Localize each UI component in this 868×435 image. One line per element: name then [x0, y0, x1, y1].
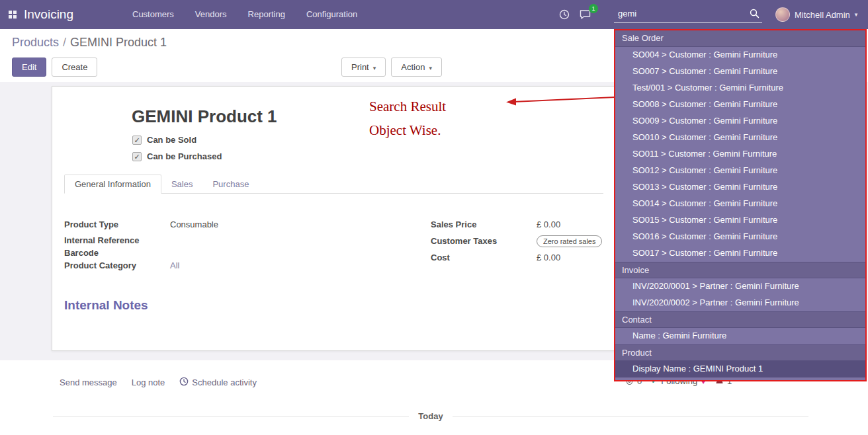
- checkbox-check-icon: ✓: [134, 153, 140, 161]
- internal-notes-heading: Internal Notes: [64, 298, 148, 313]
- search-result-item[interactable]: SO015 > Customer : Gemini Furniture: [615, 212, 865, 229]
- schedule-activity-link[interactable]: Schedule activity: [179, 377, 257, 388]
- sale-order-items: SO004 > Customer : Gemini FurnitureSO007…: [615, 47, 865, 262]
- user-avatar: [775, 7, 790, 22]
- user-menu[interactable]: Mitchell Admin ▾: [775, 0, 857, 29]
- search-result-item[interactable]: SO007 > Customer : Gemini Furniture: [615, 63, 865, 80]
- search-result-item[interactable]: SO014 > Customer : Gemini Furniture: [615, 196, 865, 212]
- search-result-item[interactable]: SO016 > Customer : Gemini Furniture: [615, 229, 865, 245]
- can-be-sold-row: ✓ Can be Sold: [132, 135, 196, 145]
- group-product: Product Display Name : GEMINI Product 1: [615, 344, 865, 377]
- tab-purchase[interactable]: Purchase: [202, 175, 259, 193]
- tab-sales[interactable]: Sales: [161, 175, 203, 193]
- main-menu: Customers Vendors Reporting Configuratio…: [122, 0, 368, 29]
- search-result-item[interactable]: Name : Gemini Furniture: [615, 328, 865, 344]
- today-label: Today: [418, 411, 443, 421]
- log-note-link[interactable]: Log note: [132, 377, 165, 388]
- product-category-value[interactable]: All: [170, 260, 179, 270]
- menu-vendors[interactable]: Vendors: [185, 0, 238, 29]
- cost-value: £ 0.00: [537, 253, 560, 262]
- breadcrumb-separator: /: [59, 36, 70, 49]
- apps-menu-icon[interactable]: [9, 11, 17, 19]
- sales-price-label: Sales Price: [431, 219, 537, 229]
- menu-reporting[interactable]: Reporting: [238, 0, 296, 29]
- search-result-item[interactable]: SO010 > Customer : Gemini Furniture: [615, 130, 865, 146]
- message-count-badge[interactable]: 1: [589, 4, 598, 13]
- breadcrumb-products-link[interactable]: Products: [12, 36, 59, 49]
- can-be-sold-label: Can be Sold: [147, 135, 196, 145]
- customer-taxes-row: Customer Taxes Zero rated sales: [431, 235, 609, 248]
- global-search: [614, 5, 762, 23]
- search-result-item[interactable]: SO017 > Customer : Gemini Furniture: [615, 245, 865, 262]
- annotation-arrow: [504, 92, 617, 108]
- search-input[interactable]: [614, 5, 762, 23]
- product-category-row: Product Category All: [64, 260, 349, 273]
- contact-items: Name : Gemini Furniture: [615, 328, 865, 344]
- customer-taxes-tag: Zero rated sales: [537, 235, 602, 247]
- edit-button[interactable]: Edit: [12, 58, 46, 77]
- left-field-column: Product Type Consumable Internal Referen…: [64, 219, 349, 273]
- search-result-item[interactable]: SO013 > Customer : Gemini Furniture: [615, 179, 865, 196]
- chevron-down-icon: ▾: [373, 65, 376, 71]
- can-be-purchased-checkbox[interactable]: ✓: [132, 152, 142, 161]
- print-dropdown-button[interactable]: Print▾: [341, 58, 386, 77]
- checkbox-check-icon: ✓: [134, 136, 140, 144]
- product-type-row: Product Type Consumable: [64, 219, 349, 232]
- menu-customers[interactable]: Customers: [122, 0, 185, 29]
- app-title[interactable]: Invoicing: [24, 0, 73, 29]
- annotation-text: Search Result Object Wise.: [369, 95, 446, 142]
- search-result-item[interactable]: SO012 > Customer : Gemini Furniture: [615, 163, 865, 179]
- notebook-tabs: General Information Sales Purchase: [64, 174, 603, 194]
- group-header-sale-order: Sale Order: [615, 30, 865, 47]
- barcode-row: Barcode: [64, 248, 349, 260]
- product-type-label: Product Type: [64, 219, 170, 229]
- chevron-down-icon: ▾: [429, 65, 432, 71]
- print-action-buttons: Print▾ Action▾: [341, 58, 442, 77]
- user-name: Mitchell Admin: [795, 10, 850, 20]
- group-header-invoice: Invoice: [615, 262, 865, 278]
- right-field-column: Sales Price £ 0.00 Customer Taxes Zero r…: [431, 219, 609, 265]
- search-result-item[interactable]: SO009 > Customer : Gemini Furniture: [615, 113, 865, 130]
- divider-line: [453, 416, 808, 416]
- annotation-line2: Object Wise.: [369, 118, 446, 142]
- can-be-purchased-row: ✓ Can be Purchased: [132, 151, 222, 161]
- action-dropdown-button[interactable]: Action▾: [391, 58, 442, 77]
- product-type-value: Consumable: [170, 219, 218, 229]
- product-items: Display Name : GEMINI Product 1: [615, 361, 865, 377]
- sales-price-value: £ 0.00: [537, 219, 560, 229]
- tab-general-information[interactable]: General Information: [64, 175, 161, 194]
- chevron-down-icon: ▾: [855, 11, 858, 18]
- search-result-item[interactable]: SO004 > Customer : Gemini Furniture: [615, 47, 865, 63]
- schedule-clock-icon: [179, 377, 189, 388]
- search-result-item[interactable]: INV/2020/0002 > Partner : Gemini Furnitu…: [615, 295, 865, 311]
- product-title: GEMINI Product 1: [132, 106, 277, 127]
- divider-line: [53, 416, 409, 416]
- customer-taxes-label: Customer Taxes: [431, 236, 537, 246]
- internal-reference-label: Internal Reference: [64, 235, 170, 245]
- top-navbar: Invoicing Customers Vendors Reporting Co…: [0, 0, 868, 29]
- menu-configuration[interactable]: Configuration: [296, 0, 368, 29]
- send-message-link[interactable]: Send message: [60, 377, 117, 388]
- search-icon[interactable]: [750, 9, 760, 21]
- annotation-line1: Search Result: [369, 95, 446, 118]
- today-divider: Today: [53, 411, 808, 421]
- can-be-sold-checkbox[interactable]: ✓: [132, 136, 142, 145]
- group-contact: Contact Name : Gemini Furniture: [615, 311, 865, 344]
- search-result-item[interactable]: SO008 > Customer : Gemini Furniture: [615, 97, 865, 113]
- search-result-item-selected[interactable]: Display Name : GEMINI Product 1: [615, 361, 865, 377]
- breadcrumb-current: GEMINI Product 1: [70, 36, 167, 49]
- create-button[interactable]: Create: [52, 58, 97, 77]
- group-header-contact: Contact: [615, 311, 865, 328]
- activities-clock-icon[interactable]: [559, 9, 570, 20]
- product-form-sheet: GEMINI Product 1 ✓ Can be Sold ✓ Can be …: [52, 86, 616, 351]
- record-buttons: Edit Create: [12, 58, 97, 77]
- search-result-item[interactable]: Test/001 > Customer : Gemini Furniture: [615, 80, 865, 97]
- cost-label: Cost: [431, 253, 537, 262]
- search-result-item[interactable]: INV/2020/0001 > Partner : Gemini Furnitu…: [615, 278, 865, 295]
- sales-price-row: Sales Price £ 0.00: [431, 219, 609, 232]
- chatter-actions: Send message Log note Schedule activity: [60, 377, 257, 388]
- barcode-label: Barcode: [64, 248, 170, 258]
- internal-reference-row: Internal Reference: [64, 235, 349, 248]
- search-result-item[interactable]: SO011 > Customer : Gemini Furniture: [615, 146, 865, 163]
- product-category-label: Product Category: [64, 260, 170, 270]
